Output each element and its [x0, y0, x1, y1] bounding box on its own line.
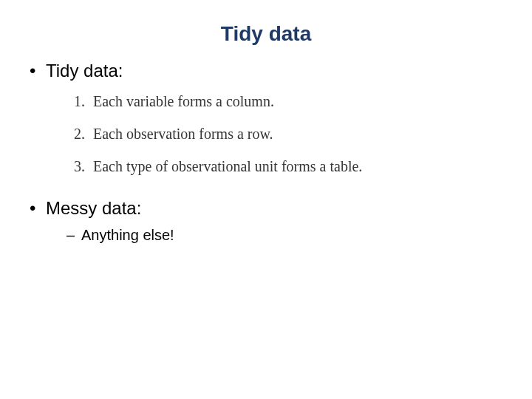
principle-item: Each type of observational unit forms a …	[74, 157, 517, 176]
bullet-tidy: Tidy data:	[30, 59, 517, 83]
bullet-messy: Messy data: Anything else!	[30, 197, 517, 245]
bullet-list: Messy data: Anything else!	[15, 197, 517, 245]
principle-item: Each observation forms a row.	[74, 124, 517, 143]
slide: Tidy data Tidy data: Each variable forms…	[0, 0, 532, 399]
bullet-tidy-label: Tidy data:	[46, 61, 123, 81]
bullet-list: Tidy data:	[15, 59, 517, 83]
slide-title: Tidy data	[15, 22, 517, 46]
messy-sub-item: Anything else!	[66, 225, 517, 245]
messy-sub-list: Anything else!	[46, 225, 517, 245]
principle-item: Each variable forms a column.	[74, 92, 517, 111]
bullet-messy-label: Messy data:	[46, 198, 141, 218]
tidy-principles-list: Each variable forms a column. Each obser…	[15, 92, 517, 176]
